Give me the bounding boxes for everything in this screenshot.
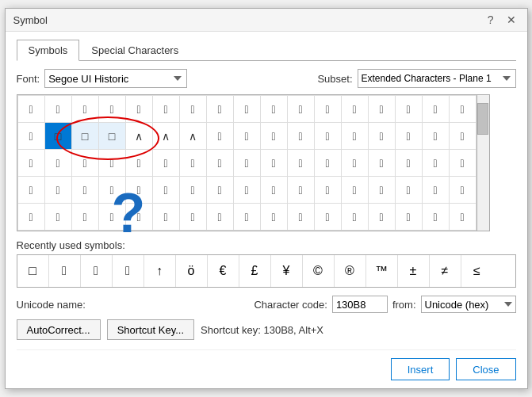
symbol-cell[interactable]: 𓁜 [423,150,450,177]
recently-used-cell[interactable]: £ [239,255,271,287]
recently-used-cell[interactable]: ≠ [430,255,461,287]
insert-button[interactable]: Insert [391,358,450,380]
recently-used-cell[interactable]: ¥ [271,255,303,287]
symbol-cell[interactable]: 𓀊 [288,96,315,123]
symbol-cell[interactable]: 𓀑 [18,123,45,150]
font-select[interactable]: Segoe UI Historic [44,69,187,88]
dialog-close-button[interactable]: ✕ [503,13,519,26]
symbol-cell[interactable]: 𓁔 [207,150,234,177]
symbol-cell[interactable]: 𓁓 [180,150,207,177]
symbol-cell[interactable]: 𓁪 [342,177,369,204]
recently-used-cell[interactable]: □ [17,255,49,287]
symbol-cell[interactable]: 𓁳 [126,204,153,231]
subset-select[interactable]: Extended Characters - Plane 1 [358,69,516,88]
symbol-cell[interactable]: 𓁹 [288,204,315,231]
tab-symbols[interactable]: Symbols [17,40,80,61]
symbol-cell[interactable]: 𓁦 [234,177,261,204]
help-button[interactable]: ? [484,13,497,26]
symbol-cell[interactable]: 𓁗 [288,150,315,177]
symbol-cell[interactable]: 𓀌 [342,96,369,123]
symbol-cell[interactable]: 𓁢 [126,177,153,204]
recently-used-cell[interactable]: 𓅓 [49,255,81,287]
shortcut-key-button[interactable]: Shortcut Key... [107,319,194,340]
symbol-cell[interactable]: 𓁲 [99,204,126,231]
symbol-cell[interactable]: 𓁵 [180,204,207,231]
symbol-cell[interactable]: 𓀀 [18,96,45,123]
symbol-cell[interactable]: 𓁭 [423,177,450,204]
close-button[interactable]: Close [456,358,515,380]
symbol-cell[interactable]: 𓁬 [396,177,423,204]
symbol-cell[interactable]: 𓁧 [261,177,288,204]
symbol-cell[interactable]: 𓁮 [450,177,477,204]
recently-used-cell[interactable]: ± [398,255,430,287]
recently-used-cell[interactable]: € [208,255,239,287]
symbol-cell[interactable]: 𓁯 [18,204,45,231]
symbol-cell[interactable]: 𓁘 [315,150,342,177]
recently-used-cell[interactable]: © [303,255,335,287]
symbol-cell[interactable]: 𓀈 [234,96,261,123]
symbol-cell[interactable]: 𓀐 [450,96,477,123]
symbol-cell[interactable]: 𓁝 [450,150,477,177]
symbol-cell[interactable]: □ [45,123,72,150]
symbol-cell[interactable]: 𓁣 [153,177,180,204]
symbol-cell[interactable]: 𓁱 [72,204,99,231]
symbol-cell[interactable]: 𓁈 [342,123,369,150]
symbol-cell[interactable]: 𓀍 [369,96,396,123]
symbol-cell[interactable]: 𓁩 [315,177,342,204]
symbol-cell[interactable]: 𓁐 [99,150,126,177]
recently-used-cell[interactable]: ® [335,255,366,287]
symbol-cell[interactable]: 𓁥 [207,177,234,204]
symbol-cell[interactable]: 𓁠 [72,177,99,204]
symbol-cell[interactable]: 𓀄 [126,96,153,123]
symbol-cell[interactable]: 𓁆 [288,123,315,150]
symbol-cell[interactable]: ∧ [153,123,180,150]
symbol-cell[interactable]: □ [99,123,126,150]
symbol-cell[interactable]: 𓀏 [423,96,450,123]
symbol-cell[interactable]: 𓁍 [18,150,45,177]
recently-used-cell[interactable]: ™ [366,255,398,287]
symbol-cell[interactable]: 𓁞 [18,177,45,204]
symbol-cell[interactable]: 𓁸 [261,204,288,231]
symbol-cell[interactable]: 𓁿 [450,204,477,231]
symbol-cell[interactable]: 𓁫 [369,177,396,204]
symbol-cell[interactable]: 𓁄 [234,123,261,150]
symbol-cell[interactable]: 𓁤 [180,177,207,204]
symbol-cell[interactable]: 𓁒 [153,150,180,177]
symbol-cell[interactable]: □ [72,123,99,150]
recently-used-cell[interactable]: ↑ [144,255,176,287]
symbol-cell[interactable]: ∧ [180,123,207,150]
symbol-cell[interactable]: 𓁻 [342,204,369,231]
symbol-cell[interactable]: 𓀅 [153,96,180,123]
symbol-cell[interactable]: 𓁾 [423,204,450,231]
symbol-cell[interactable]: 𓁛 [396,150,423,177]
symbol-cell[interactable]: 𓁶 [207,204,234,231]
symbol-cell[interactable]: 𓁋 [423,123,450,150]
symbol-cell[interactable]: 𓁕 [234,150,261,177]
symbol-cell[interactable]: 𓀆 [180,96,207,123]
recently-used-cell[interactable]: ö [176,255,208,287]
recently-used-cell[interactable]: 𓂀 [81,255,113,287]
symbol-cell[interactable]: 𓁌 [450,123,477,150]
symbol-cell[interactable]: 𓁃 [207,123,234,150]
symbol-cell[interactable]: 𓁏 [72,150,99,177]
tab-special-characters[interactable]: Special Characters [79,40,190,61]
symbol-cell[interactable]: 𓁴 [153,204,180,231]
symbol-cell[interactable]: 𓀉 [261,96,288,123]
from-select[interactable]: Unicode (hex) [421,296,516,313]
symbol-cell[interactable]: 𓁺 [315,204,342,231]
grid-scrollbar[interactable] [477,95,489,231]
autocorrect-button[interactable]: AutoCorrect... [17,319,101,340]
scroll-thumb[interactable] [477,103,488,135]
symbol-cell[interactable]: 𓁨 [288,177,315,204]
symbol-cell[interactable]: 𓁉 [369,123,396,150]
symbol-cell[interactable]: 𓀁 [45,96,72,123]
symbol-cell[interactable]: 𓀃 [99,96,126,123]
symbol-cell[interactable]: 𓁅 [261,123,288,150]
symbol-cell[interactable]: 𓁟 [45,177,72,204]
symbol-cell[interactable]: 𓁰 [45,204,72,231]
char-code-input[interactable] [332,296,388,313]
symbol-cell[interactable]: 𓀋 [315,96,342,123]
symbol-cell[interactable]: 𓁊 [396,123,423,150]
symbol-cell[interactable]: 𓁷 [234,204,261,231]
symbol-cell[interactable]: 𓀇 [207,96,234,123]
